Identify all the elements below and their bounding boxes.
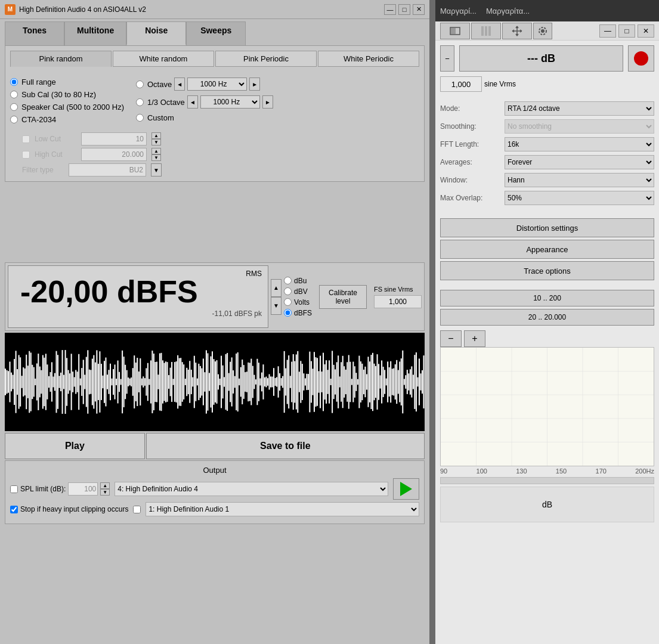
unit-dbu-radio[interactable] xyxy=(284,277,292,284)
spl-down[interactable]: ▼ xyxy=(100,489,110,496)
tab-tones[interactable]: Tones xyxy=(5,21,64,45)
filter-type-input[interactable] xyxy=(69,163,146,177)
spl-input[interactable] xyxy=(68,482,98,496)
high-cut-down[interactable]: ▼ xyxy=(151,154,161,161)
octave-radio[interactable] xyxy=(136,80,144,88)
zoom-in-button[interactable]: + xyxy=(464,330,485,347)
high-cut-input[interactable] xyxy=(81,148,147,161)
range-10-200-button[interactable]: 10 .. 200 xyxy=(440,290,654,306)
octave-left-arrow[interactable]: ◄ xyxy=(174,78,185,91)
filter-type-arrow[interactable]: ▼ xyxy=(151,163,162,177)
svg-rect-86 xyxy=(132,368,134,395)
low-cut-up[interactable]: ▲ xyxy=(151,132,161,139)
output-device2-select[interactable]: 1: High Definition Audio 1 xyxy=(146,502,419,516)
svg-rect-141 xyxy=(215,361,216,402)
third-octave-left-arrow[interactable]: ◄ xyxy=(187,95,198,109)
save-button[interactable]: Save to file xyxy=(146,433,425,459)
range-full-label: Full range xyxy=(21,78,56,86)
svg-rect-264 xyxy=(399,361,400,402)
spl-up[interactable]: ▲ xyxy=(100,482,110,489)
maximize-button[interactable]: □ xyxy=(398,4,410,15)
svg-rect-104 xyxy=(159,353,160,410)
tab-multitone[interactable]: Multitone xyxy=(64,21,126,45)
svg-rect-272 xyxy=(411,366,412,397)
right-minimize-btn[interactable]: — xyxy=(599,24,616,38)
range-sub-radio[interactable] xyxy=(10,91,18,98)
unit-dbfs-radio[interactable] xyxy=(284,309,292,317)
options-row: Full range Sub Cal (30 to 80 Hz) Speaker… xyxy=(10,73,419,129)
averages-row: Averages: Forever xyxy=(440,155,654,169)
scroll-up[interactable]: ▲ xyxy=(271,279,281,297)
max-overlap-select[interactable]: 50% xyxy=(505,191,654,205)
play-button[interactable]: Play xyxy=(5,433,145,459)
averages-select[interactable]: Forever xyxy=(505,155,654,169)
svg-rect-186 xyxy=(282,376,283,388)
svg-rect-234 xyxy=(354,366,355,398)
hz-label-170: 170 xyxy=(596,467,607,475)
svg-rect-181 xyxy=(275,378,276,386)
zoom-out-button[interactable]: − xyxy=(440,330,462,347)
range-full-radio[interactable] xyxy=(10,78,18,86)
right-restore-btn[interactable]: □ xyxy=(618,24,635,38)
nav-move-icon[interactable] xyxy=(502,23,532,39)
nav-grid-icon[interactable] xyxy=(471,23,501,39)
noise-type-white-random[interactable]: White random xyxy=(113,51,214,67)
scroll-down[interactable]: ▼ xyxy=(271,297,281,315)
tab-sweeps[interactable]: Sweeps xyxy=(186,21,246,45)
svg-rect-132 xyxy=(201,369,202,396)
third-octave-radio[interactable] xyxy=(136,98,144,106)
range-speaker-radio[interactable] xyxy=(10,103,18,111)
svg-rect-159 xyxy=(242,360,243,404)
svg-rect-36 xyxy=(57,355,58,409)
output-device-select[interactable]: 4: High Definition Audio 4 xyxy=(115,482,388,496)
nav-left-icon[interactable] xyxy=(440,23,470,39)
range-20-20000-button[interactable]: 20 .. 20.000 xyxy=(440,309,654,326)
custom-radio[interactable] xyxy=(136,114,144,122)
low-cut-input[interactable] xyxy=(81,132,147,145)
trace-options-button[interactable]: Trace options xyxy=(440,261,654,280)
low-cut-checkbox[interactable] xyxy=(22,135,30,143)
unit-dbv-radio[interactable] xyxy=(284,287,292,295)
third-octave-freq-select[interactable]: 1000 Hz xyxy=(200,95,260,109)
octave-right-arrow[interactable]: ► xyxy=(249,78,260,91)
spl-label: SPL limit (dB): xyxy=(20,485,66,493)
calibrate-button[interactable]: Calibratelevel xyxy=(319,285,367,309)
mode-select[interactable]: RTA 1/24 octave xyxy=(505,101,654,116)
window-select[interactable]: Hann xyxy=(505,173,654,187)
svg-rect-182 xyxy=(276,377,277,386)
high-cut-up[interactable]: ▲ xyxy=(151,148,161,154)
smoothing-select[interactable]: No smoothing xyxy=(505,119,654,134)
fft-select[interactable]: 16k xyxy=(505,137,654,151)
third-octave-right-arrow[interactable]: ► xyxy=(262,95,273,109)
octave-freq-select[interactable]: 1000 Hz xyxy=(187,78,247,91)
spl-checkbox[interactable] xyxy=(10,485,18,493)
low-cut-down[interactable]: ▼ xyxy=(151,139,161,145)
svg-rect-125 xyxy=(191,370,192,394)
close-button[interactable]: ✕ xyxy=(413,4,425,15)
svg-rect-130 xyxy=(198,364,199,400)
high-cut-checkbox[interactable] xyxy=(22,151,30,159)
noise-type-pink-periodic[interactable]: Pink Periodic xyxy=(215,51,317,67)
svg-rect-72 xyxy=(112,379,113,386)
distortion-settings-button[interactable]: Distortion settings xyxy=(440,218,654,237)
minimize-button[interactable]: — xyxy=(384,4,396,15)
gear-icon[interactable] xyxy=(533,23,552,39)
noise-type-pink-random[interactable]: Pink random xyxy=(10,51,112,67)
fs-input[interactable] xyxy=(374,295,422,308)
unit-volts-radio[interactable] xyxy=(284,298,292,306)
record-button[interactable] xyxy=(628,45,654,72)
stop-checkbox[interactable] xyxy=(10,506,18,513)
svg-rect-164 xyxy=(249,363,250,401)
play-green-button[interactable] xyxy=(393,478,419,500)
range-cta-radio[interactable] xyxy=(10,116,18,123)
tab-noise[interactable]: Noise xyxy=(126,21,186,45)
output-device2-checkbox[interactable] xyxy=(133,506,141,513)
right-close-btn[interactable]: ✕ xyxy=(638,24,654,38)
svg-rect-79 xyxy=(122,351,123,413)
svg-rect-71 xyxy=(110,364,111,400)
level-input-field[interactable] xyxy=(440,76,482,92)
noise-type-white-periodic[interactable]: White Periodic xyxy=(318,51,419,67)
appearance-button[interactable]: Appearance xyxy=(440,240,654,259)
level-minus-btn[interactable]: − xyxy=(440,45,454,72)
h-scrollbar[interactable] xyxy=(440,477,654,484)
